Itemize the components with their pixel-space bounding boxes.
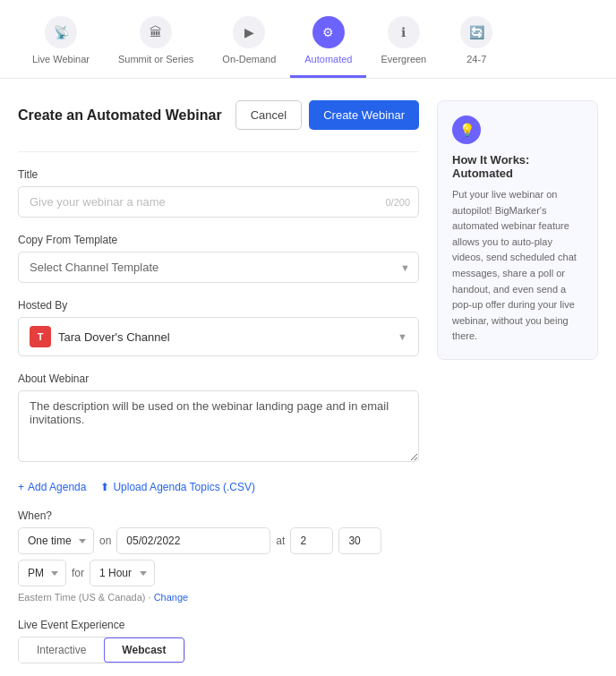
frequency-select[interactable]: One time (18, 527, 94, 554)
add-agenda-icon: + (18, 481, 24, 493)
tab-icon-on-demand: ▶ (233, 16, 265, 48)
experience-label: Live Event Experience (18, 619, 419, 631)
copy-from-select[interactable]: Select Channel Template (18, 252, 419, 283)
experience-description: Webcasts stream on a 10-15 second delay,… (18, 672, 419, 676)
main-content: Create an Automated Webinar Cancel Creat… (0, 79, 616, 676)
tab-label-summit-series: Summit or Series (118, 54, 193, 64)
info-card: 💡 How It Works: Automated Put your live … (437, 100, 598, 360)
page-title: Create an Automated Webinar (18, 107, 222, 124)
type-nav: 📡Live Webinar🏛Summit or Series▶On-Demand… (0, 0, 616, 79)
title-input-wrapper: 0/200 (18, 186, 419, 218)
copy-from-select-wrapper: Select Channel Template ▼ (18, 252, 419, 283)
title-field-group: Title 0/200 (18, 168, 419, 218)
when-date-input[interactable] (116, 527, 270, 554)
when-minute-input[interactable] (338, 527, 381, 554)
create-webinar-button[interactable]: Create Webinar (309, 100, 419, 130)
title-label: Title (18, 168, 419, 181)
when-on-text: on (99, 535, 111, 547)
timezone-change-link[interactable]: Change (154, 592, 189, 603)
type-tab-24-7[interactable]: 🔄24-7 (441, 9, 512, 78)
form-section: Create an Automated Webinar Cancel Creat… (18, 100, 419, 676)
when-ampm-select[interactable]: PM (18, 560, 66, 586)
tab-icon-automated: ⚙ (312, 16, 345, 48)
agenda-links: + Add Agenda ⬆ Upload Agenda Topics (.CS… (18, 481, 419, 493)
when-duration-select[interactable]: 1 Hour (90, 560, 155, 586)
when-row: One time on at PM for 1 Hour (18, 527, 419, 586)
header-divider (18, 151, 419, 152)
channel-dropdown-icon: ▼ (398, 331, 407, 342)
title-char-count: 0/200 (385, 197, 410, 208)
page-header: Create an Automated Webinar Cancel Creat… (18, 100, 419, 130)
upload-agenda-icon: ⬆ (100, 481, 109, 493)
type-tab-summit-series[interactable]: 🏛Summit or Series (104, 9, 208, 78)
tab-label-evergreen: Evergreen (381, 54, 426, 64)
hosted-by-label: Hosted By (18, 299, 419, 312)
tab-label-24-7: 24-7 (466, 54, 486, 64)
header-buttons: Cancel Create Webinar (235, 100, 419, 130)
about-textarea[interactable]: The description will be used on the webi… (18, 390, 419, 462)
interactive-button[interactable]: Interactive (19, 637, 104, 663)
tab-icon-live-webinar: 📡 (45, 16, 77, 48)
timezone-text: Eastern Time (US & Canada) · (18, 592, 154, 603)
when-hour-input[interactable] (290, 527, 333, 554)
info-card-text: Put your live webinar on autopilot! BigM… (452, 187, 583, 345)
timezone-row: Eastern Time (US & Canada) · Change (18, 592, 419, 603)
tab-icon-24-7: 🔄 (460, 16, 492, 48)
type-tab-on-demand[interactable]: ▶On-Demand (208, 9, 290, 78)
when-field-group: When? One time on at PM for 1 Hour E (18, 509, 419, 603)
info-card-title: How It Works: Automated (452, 153, 583, 180)
channel-select[interactable]: T Tara Dover's Channel ▼ (18, 317, 419, 356)
when-label: When? (18, 509, 419, 522)
webcast-button[interactable]: Webcast (104, 637, 184, 663)
info-card-icon: 💡 (452, 116, 481, 144)
channel-avatar: T (30, 326, 51, 347)
tab-label-automated: Automated (304, 54, 352, 64)
channel-name: Tara Dover's Channel (58, 330, 390, 344)
sidebar-section: 💡 How It Works: Automated Put your live … (437, 100, 598, 676)
when-at-text: at (276, 535, 285, 547)
cancel-button[interactable]: Cancel (235, 100, 302, 130)
copy-from-field-group: Copy From Template Select Channel Templa… (18, 234, 419, 283)
experience-field-group: Live Event Experience Interactive Webcas… (18, 619, 419, 676)
hosted-by-field-group: Hosted By T Tara Dover's Channel ▼ (18, 299, 419, 356)
type-tab-automated[interactable]: ⚙Automated (290, 9, 366, 78)
add-agenda-link[interactable]: + Add Agenda (18, 481, 86, 493)
add-agenda-label: Add Agenda (28, 481, 86, 493)
type-tab-live-webinar[interactable]: 📡Live Webinar (18, 9, 104, 78)
upload-agenda-label: Upload Agenda Topics (.CSV) (113, 481, 255, 493)
type-tab-evergreen[interactable]: ℹEvergreen (366, 9, 441, 78)
tab-label-on-demand: On-Demand (222, 54, 276, 64)
tab-label-live-webinar: Live Webinar (32, 54, 90, 64)
when-for-text: for (72, 567, 84, 579)
about-label: About Webinar (18, 372, 419, 385)
experience-buttons: Interactive Webcast (18, 637, 185, 663)
about-field-group: About Webinar The description will be us… (18, 372, 419, 465)
title-input[interactable] (18, 186, 419, 218)
upload-agenda-link[interactable]: ⬆ Upload Agenda Topics (.CSV) (100, 481, 255, 493)
tab-icon-summit-series: 🏛 (140, 16, 172, 48)
copy-from-label: Copy From Template (18, 234, 419, 246)
tab-icon-evergreen: ℹ (388, 16, 420, 48)
